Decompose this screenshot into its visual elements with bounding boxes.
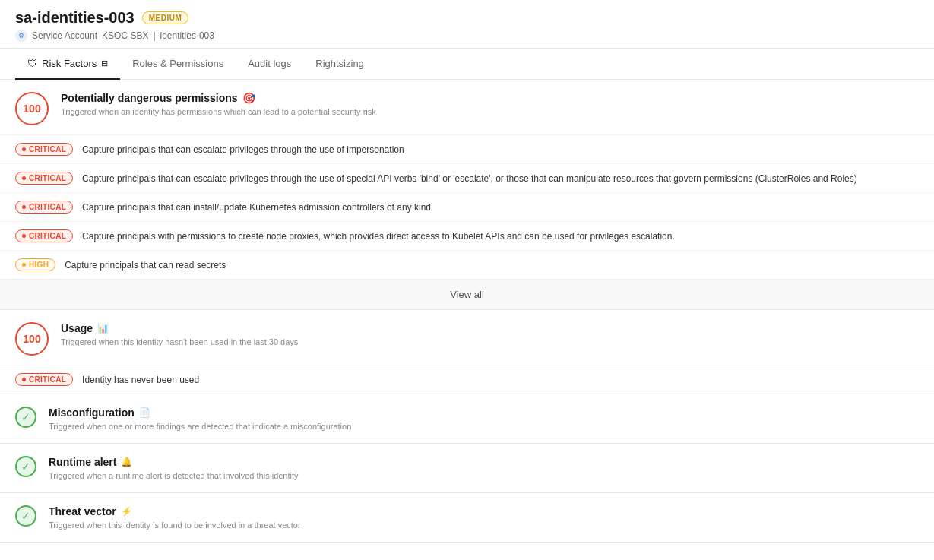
- page-title: sa-identities-003: [15, 9, 135, 27]
- risk-item: CRITICAL Capture principals that can esc…: [0, 164, 934, 193]
- section-misconfiguration: ✓ Misconfiguration 📄 Triggered when one …: [0, 394, 934, 444]
- risk-item: HIGH Capture principals that can read se…: [0, 251, 934, 279]
- risk-item: CRITICAL Identity has never been used: [0, 365, 934, 394]
- risk-item: CRITICAL Capture principals with permiss…: [0, 222, 934, 251]
- risk-title-block: Usage 📊 Triggered when this identity has…: [61, 322, 919, 346]
- section-title: Potentially dangerous permissions 🎯: [61, 92, 919, 104]
- section-title-icon: 📄: [139, 407, 150, 418]
- severity-badge-critical: CRITICAL: [15, 229, 73, 242]
- risk-title-block: Potentially dangerous permissions 🎯 Trig…: [61, 92, 919, 116]
- risk-items-list: CRITICAL Capture principals that can esc…: [0, 134, 934, 279]
- risk-item-text: Identity has never been used: [82, 375, 919, 385]
- risk-title-block: Misconfiguration 📄 Triggered when one or…: [49, 407, 919, 431]
- risk-item: CRITICAL Capture principals that can ins…: [0, 193, 934, 222]
- score-circle-usage: 100: [15, 322, 49, 356]
- severity-dot: [22, 234, 26, 238]
- severity-dot: [22, 263, 26, 267]
- medium-badge: MEDIUM: [142, 11, 189, 24]
- section-title-icon: 🔔: [121, 457, 132, 467]
- tab-bar: 🛡 Risk Factors ⊟ Roles & Permissions Aud…: [0, 49, 934, 80]
- section-title-icon: 🎯: [242, 92, 255, 104]
- severity-badge-critical: CRITICAL: [15, 143, 73, 156]
- section-header: ✓ Threat vector ⚡ Triggered when this id…: [0, 493, 934, 542]
- risk-item-text: Capture principals that can read secrets: [65, 260, 919, 271]
- section-title: Misconfiguration 📄: [49, 407, 919, 419]
- severity-dot: [22, 147, 26, 151]
- score-circle-permissions: 100: [15, 92, 49, 125]
- risk-item-text: Capture principals that can install/upda…: [82, 202, 919, 213]
- section-threat-vector: ✓ Threat vector ⚡ Triggered when this id…: [0, 493, 934, 543]
- risk-items-list: CRITICAL Identity has never been used: [0, 365, 934, 394]
- risk-item-text: Capture principals that can escalate pri…: [82, 173, 919, 184]
- roles-tab-label: Roles & Permissions: [132, 58, 223, 69]
- severity-dot: [22, 205, 26, 209]
- risk-item: CRITICAL Capture principals that can esc…: [0, 135, 934, 164]
- section-dangerous-permissions: 100 Potentially dangerous permissions 🎯 …: [0, 80, 934, 310]
- section-subtitle: Triggered when a runtime alert is detect…: [49, 471, 919, 480]
- subtitle-identity: identities-003: [160, 30, 214, 41]
- section-title: Usage 📊: [61, 322, 919, 334]
- subtitle-separator: |: [153, 30, 155, 41]
- subtitle-type: Service Account: [32, 30, 97, 41]
- section-subtitle: Triggered when this identity is found to…: [49, 520, 919, 530]
- section-title: Runtime alert 🔔: [49, 456, 919, 468]
- section-header: ✓ Misconfiguration 📄 Triggered when one …: [0, 394, 934, 443]
- tab-rightsizing[interactable]: Rightsizing: [303, 49, 376, 80]
- main-content: 100 Potentially dangerous permissions 🎯 …: [0, 80, 934, 543]
- section-header: 100 Usage 📊 Triggered when this identity…: [0, 310, 934, 365]
- audit-tab-label: Audit logs: [248, 58, 291, 69]
- tab-audit-logs[interactable]: Audit logs: [236, 49, 303, 80]
- severity-badge-high: HIGH: [15, 258, 55, 271]
- risk-title-block: Runtime alert 🔔 Triggered when a runtime…: [49, 456, 919, 480]
- service-account-icon: ⚙: [15, 30, 27, 42]
- risk-factors-tab-icon: 🛡: [27, 58, 37, 69]
- page-header: sa-identities-003 MEDIUM ⚙ Service Accou…: [0, 0, 934, 49]
- tab-filter-icon: ⊟: [101, 59, 108, 68]
- severity-badge-critical: CRITICAL: [15, 201, 73, 214]
- risk-title-block: Threat vector ⚡ Triggered when this iden…: [49, 505, 919, 530]
- section-title: Threat vector ⚡: [49, 505, 919, 517]
- section-header: 100 Potentially dangerous permissions 🎯 …: [0, 80, 934, 134]
- rightsizing-tab-label: Rightsizing: [315, 58, 364, 69]
- severity-badge-critical: CRITICAL: [15, 373, 73, 386]
- risk-item-text: Capture principals with permissions to c…: [82, 231, 919, 242]
- section-header: ✓ Runtime alert 🔔 Triggered when a runti…: [0, 444, 934, 492]
- check-circle-runtime: ✓: [15, 456, 36, 477]
- check-circle-misconfig: ✓: [15, 407, 36, 428]
- view-all-button[interactable]: View all: [0, 279, 934, 309]
- header-subtitle: ⚙ Service Account KSOC SBX | identities-…: [15, 30, 919, 42]
- tab-roles-permissions[interactable]: Roles & Permissions: [120, 49, 236, 80]
- severity-dot: [22, 176, 26, 180]
- section-subtitle: Triggered when an identity has permissio…: [61, 107, 919, 116]
- risk-item-text: Capture principals that can escalate pri…: [82, 144, 919, 155]
- section-runtime-alert: ✓ Runtime alert 🔔 Triggered when a runti…: [0, 444, 934, 493]
- risk-factors-tab-label: Risk Factors: [42, 58, 97, 69]
- section-title-icon: 📊: [97, 323, 109, 334]
- check-circle-threat: ✓: [15, 505, 36, 527]
- section-subtitle: Triggered when this identity hasn't been…: [61, 337, 919, 346]
- tab-risk-factors[interactable]: 🛡 Risk Factors ⊟: [15, 49, 120, 80]
- section-title-icon: ⚡: [121, 506, 132, 517]
- severity-dot: [22, 378, 26, 381]
- section-subtitle: Triggered when one or more findings are …: [49, 422, 919, 431]
- subtitle-cluster: KSOC SBX: [102, 30, 148, 41]
- severity-badge-critical: CRITICAL: [15, 172, 73, 185]
- section-usage: 100 Usage 📊 Triggered when this identity…: [0, 310, 934, 394]
